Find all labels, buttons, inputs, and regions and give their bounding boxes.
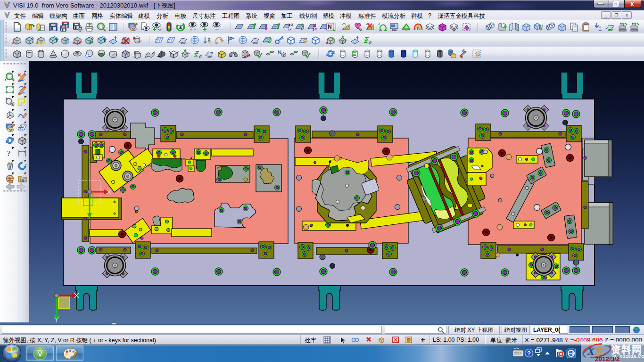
svg-text:X: X	[587, 346, 595, 357]
svg-text:?: ?	[527, 350, 531, 357]
svg-text:2012/3/2: 2012/3/2	[595, 355, 620, 362]
